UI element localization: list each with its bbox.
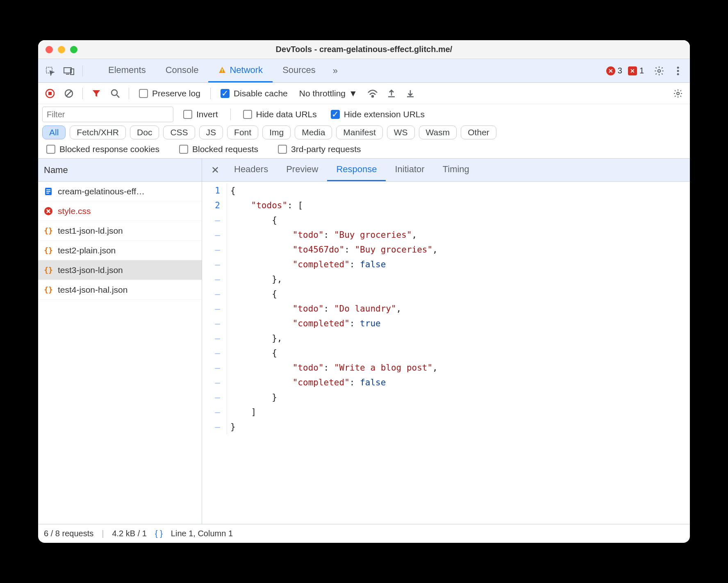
chip-manifest[interactable]: Manifest [336,125,382,139]
preserve-log-checkbox[interactable]: Preserve log [139,89,200,98]
request-list-header[interactable]: Name [38,159,202,182]
chip-css[interactable]: CSS [163,125,195,139]
chip-img[interactable]: Img [262,125,291,139]
checkbox-icon [139,89,148,98]
checkbox-icon [243,110,252,119]
svg-point-14 [111,90,117,96]
request-row[interactable]: {}test3-json-ld.json [38,260,202,280]
chevron-down-icon: ▼ [349,89,357,98]
disable-cache-checkbox[interactable]: ✓ Disable cache [221,89,288,98]
record-button[interactable] [42,86,58,101]
close-window-button[interactable] [46,46,53,53]
line-number: – [202,301,227,316]
line-number: – [202,257,227,272]
hide-data-urls-checkbox[interactable]: Hide data URLs [243,109,317,119]
clear-button[interactable] [61,86,77,101]
code-line: –} [202,419,690,434]
filter-row: Invert Hide data URLs ✓ Hide extension U… [38,104,690,125]
chip-ws[interactable]: WS [387,125,415,139]
error-badges: ✕ 3 ✕ 1 [606,66,644,75]
device-toolbar-icon[interactable] [61,63,77,79]
request-row[interactable]: cream-gelatinous-eff… [38,182,202,201]
issues-badge[interactable]: ✕ 1 [628,66,644,75]
third-party-checkbox[interactable]: 3rd-party requests [278,144,361,154]
throttling-select[interactable]: No throttling ▼ [299,89,357,98]
request-row[interactable]: {}test4-json-hal.json [38,280,202,300]
request-row[interactable]: {}test2-plain.json [38,241,202,260]
request-row[interactable]: {}test1-json-ld.json [38,221,202,241]
checkbox-icon [278,145,287,154]
tab-elements[interactable]: Elements [98,59,156,82]
code-content: } [230,419,690,434]
chip-all[interactable]: All [42,125,66,139]
detail-tab-response[interactable]: Response [327,159,386,181]
svg-rect-11 [48,92,52,95]
detail-tab-preview[interactable]: Preview [277,159,327,181]
code-content: "todo": "Do laundry", [230,301,690,316]
tab-network[interactable]: Network [208,59,273,82]
import-har-icon[interactable] [403,86,418,101]
divider [82,65,83,77]
warning-icon [218,66,226,74]
chip-other[interactable]: Other [461,125,496,139]
json-icon: {} [43,285,54,295]
code-line: – "to4567do": "Buy groceries", [202,242,690,257]
window-title: DevTools - cream-gelatinous-effect.glitc… [38,45,690,54]
response-body[interactable]: 1{2 "todos": [– {– "todo": "Buy grocerie… [202,182,690,524]
chip-wasm[interactable]: Wasm [419,125,457,139]
request-row[interactable]: style.css [38,201,202,221]
line-number: – [202,242,227,257]
chip-fetch-xhr[interactable]: Fetch/XHR [70,125,126,139]
detail-tab-initiator[interactable]: Initiator [386,159,433,181]
zoom-window-button[interactable] [70,46,77,53]
chip-js[interactable]: JS [199,125,223,139]
errors-count: 3 [618,66,622,75]
filter-input[interactable] [42,107,173,122]
hide-extension-urls-checkbox[interactable]: ✓ Hide extension URLs [331,109,425,119]
blocked-requests-checkbox[interactable]: Blocked requests [179,144,258,154]
code-line: – }, [202,331,690,346]
filter-icon[interactable] [89,86,104,101]
chip-media[interactable]: Media [295,125,332,139]
code-content: }, [230,272,690,287]
more-menu-icon[interactable] [670,63,686,79]
invert-checkbox[interactable]: Invert [183,109,218,119]
code-line: – { [202,213,690,228]
checkbox-icon [46,145,55,154]
network-settings-icon[interactable] [670,86,686,101]
search-icon[interactable] [107,86,123,101]
tab-sources[interactable]: Sources [273,59,325,82]
json-icon: {} [43,225,54,236]
detail-tab-timing[interactable]: Timing [434,159,478,181]
close-detail-button[interactable]: ✕ [205,159,225,181]
export-har-icon[interactable] [384,86,399,101]
chip-doc[interactable]: Doc [130,125,159,139]
divider [210,88,211,99]
tab-console[interactable]: Console [156,59,209,82]
code-content: "completed": true [230,316,690,331]
detail-tab-headers[interactable]: Headers [225,159,277,181]
minimize-window-button[interactable] [58,46,65,53]
pretty-print-icon[interactable]: { } [155,529,163,538]
chip-font[interactable]: Font [227,125,258,139]
errors-badge[interactable]: ✕ 3 [606,66,622,75]
svg-text:{}: {} [44,266,53,274]
blocked-cookies-checkbox[interactable]: Blocked response cookies [46,144,159,154]
more-tabs-button[interactable]: » [333,66,338,76]
checkbox-checked-icon: ✓ [331,110,340,119]
network-toolbar: Preserve log ✓ Disable cache No throttli… [38,83,690,104]
line-number: 2 [202,198,227,213]
request-name: test2-plain.json [58,246,116,255]
status-bar: 6 / 8 requests | 4.2 kB / 1 { } Line 1, … [38,524,690,543]
svg-point-9 [677,73,679,75]
hide-data-urls-label: Hide data URLs [256,109,317,119]
divider [82,88,83,99]
settings-icon[interactable] [651,63,667,79]
line-number: – [202,316,227,331]
svg-rect-22 [46,191,50,192]
inspect-element-icon[interactable] [42,63,58,79]
checkbox-icon [183,110,192,119]
network-conditions-icon[interactable] [365,86,380,101]
code-content: "todos": [ [230,198,690,213]
divider [230,109,231,120]
